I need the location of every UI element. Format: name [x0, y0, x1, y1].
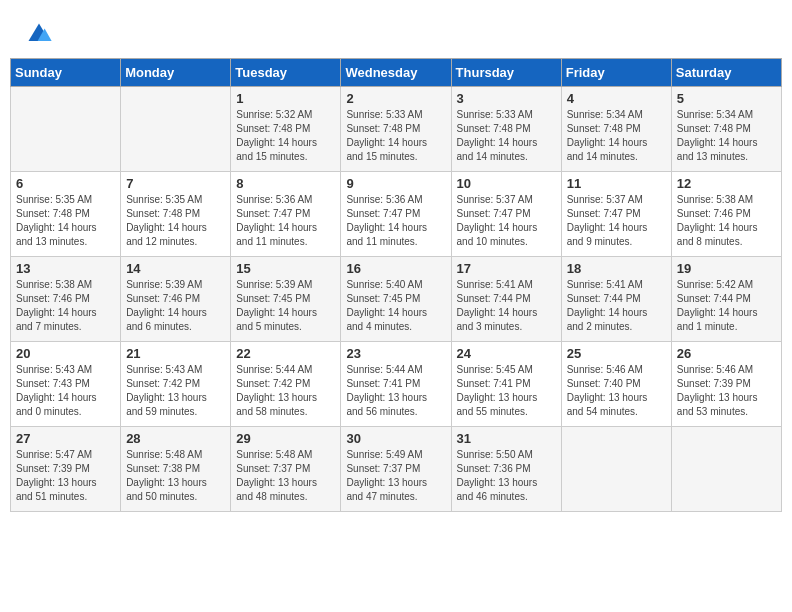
calendar-cell: 23Sunrise: 5:44 AM Sunset: 7:41 PM Dayli… [341, 342, 451, 427]
calendar-cell: 19Sunrise: 5:42 AM Sunset: 7:44 PM Dayli… [671, 257, 781, 342]
calendar-cell: 30Sunrise: 5:49 AM Sunset: 7:37 PM Dayli… [341, 427, 451, 512]
calendar-cell: 10Sunrise: 5:37 AM Sunset: 7:47 PM Dayli… [451, 172, 561, 257]
calendar-cell: 13Sunrise: 5:38 AM Sunset: 7:46 PM Dayli… [11, 257, 121, 342]
day-info: Sunrise: 5:33 AM Sunset: 7:48 PM Dayligh… [346, 108, 445, 164]
day-info: Sunrise: 5:39 AM Sunset: 7:45 PM Dayligh… [236, 278, 335, 334]
calendar-table: SundayMondayTuesdayWednesdayThursdayFrid… [10, 58, 782, 512]
calendar-cell [561, 427, 671, 512]
day-info: Sunrise: 5:37 AM Sunset: 7:47 PM Dayligh… [567, 193, 666, 249]
day-info: Sunrise: 5:40 AM Sunset: 7:45 PM Dayligh… [346, 278, 445, 334]
day-info: Sunrise: 5:43 AM Sunset: 7:42 PM Dayligh… [126, 363, 225, 419]
logo [25, 20, 55, 48]
day-number: 16 [346, 261, 445, 276]
day-number: 8 [236, 176, 335, 191]
calendar-cell: 3Sunrise: 5:33 AM Sunset: 7:48 PM Daylig… [451, 87, 561, 172]
calendar-cell: 12Sunrise: 5:38 AM Sunset: 7:46 PM Dayli… [671, 172, 781, 257]
day-info: Sunrise: 5:48 AM Sunset: 7:37 PM Dayligh… [236, 448, 335, 504]
weekday-header-thursday: Thursday [451, 59, 561, 87]
calendar-cell: 26Sunrise: 5:46 AM Sunset: 7:39 PM Dayli… [671, 342, 781, 427]
calendar-cell: 29Sunrise: 5:48 AM Sunset: 7:37 PM Dayli… [231, 427, 341, 512]
calendar-cell: 14Sunrise: 5:39 AM Sunset: 7:46 PM Dayli… [121, 257, 231, 342]
day-info: Sunrise: 5:39 AM Sunset: 7:46 PM Dayligh… [126, 278, 225, 334]
day-number: 6 [16, 176, 115, 191]
calendar-cell: 15Sunrise: 5:39 AM Sunset: 7:45 PM Dayli… [231, 257, 341, 342]
day-info: Sunrise: 5:36 AM Sunset: 7:47 PM Dayligh… [236, 193, 335, 249]
day-info: Sunrise: 5:45 AM Sunset: 7:41 PM Dayligh… [457, 363, 556, 419]
calendar-cell: 28Sunrise: 5:48 AM Sunset: 7:38 PM Dayli… [121, 427, 231, 512]
calendar-cell: 5Sunrise: 5:34 AM Sunset: 7:48 PM Daylig… [671, 87, 781, 172]
day-number: 26 [677, 346, 776, 361]
day-info: Sunrise: 5:41 AM Sunset: 7:44 PM Dayligh… [567, 278, 666, 334]
day-info: Sunrise: 5:34 AM Sunset: 7:48 PM Dayligh… [567, 108, 666, 164]
logo-icon [25, 20, 53, 48]
day-info: Sunrise: 5:41 AM Sunset: 7:44 PM Dayligh… [457, 278, 556, 334]
day-number: 27 [16, 431, 115, 446]
calendar-cell [11, 87, 121, 172]
day-info: Sunrise: 5:38 AM Sunset: 7:46 PM Dayligh… [677, 193, 776, 249]
calendar-cell: 4Sunrise: 5:34 AM Sunset: 7:48 PM Daylig… [561, 87, 671, 172]
calendar-cell: 24Sunrise: 5:45 AM Sunset: 7:41 PM Dayli… [451, 342, 561, 427]
day-number: 2 [346, 91, 445, 106]
weekday-header-saturday: Saturday [671, 59, 781, 87]
calendar-cell: 2Sunrise: 5:33 AM Sunset: 7:48 PM Daylig… [341, 87, 451, 172]
calendar-cell [671, 427, 781, 512]
day-number: 5 [677, 91, 776, 106]
page-header [10, 10, 782, 53]
day-info: Sunrise: 5:38 AM Sunset: 7:46 PM Dayligh… [16, 278, 115, 334]
day-number: 18 [567, 261, 666, 276]
week-row-4: 20Sunrise: 5:43 AM Sunset: 7:43 PM Dayli… [11, 342, 782, 427]
day-info: Sunrise: 5:36 AM Sunset: 7:47 PM Dayligh… [346, 193, 445, 249]
weekday-header-sunday: Sunday [11, 59, 121, 87]
day-info: Sunrise: 5:43 AM Sunset: 7:43 PM Dayligh… [16, 363, 115, 419]
day-number: 31 [457, 431, 556, 446]
calendar-cell: 11Sunrise: 5:37 AM Sunset: 7:47 PM Dayli… [561, 172, 671, 257]
calendar-cell: 17Sunrise: 5:41 AM Sunset: 7:44 PM Dayli… [451, 257, 561, 342]
day-info: Sunrise: 5:49 AM Sunset: 7:37 PM Dayligh… [346, 448, 445, 504]
day-number: 22 [236, 346, 335, 361]
weekday-header-tuesday: Tuesday [231, 59, 341, 87]
day-number: 20 [16, 346, 115, 361]
weekday-header-friday: Friday [561, 59, 671, 87]
day-info: Sunrise: 5:44 AM Sunset: 7:42 PM Dayligh… [236, 363, 335, 419]
day-number: 9 [346, 176, 445, 191]
day-number: 13 [16, 261, 115, 276]
day-number: 28 [126, 431, 225, 446]
calendar-cell: 18Sunrise: 5:41 AM Sunset: 7:44 PM Dayli… [561, 257, 671, 342]
day-number: 29 [236, 431, 335, 446]
day-info: Sunrise: 5:32 AM Sunset: 7:48 PM Dayligh… [236, 108, 335, 164]
day-number: 24 [457, 346, 556, 361]
day-number: 23 [346, 346, 445, 361]
weekday-header-row: SundayMondayTuesdayWednesdayThursdayFrid… [11, 59, 782, 87]
day-info: Sunrise: 5:50 AM Sunset: 7:36 PM Dayligh… [457, 448, 556, 504]
day-number: 1 [236, 91, 335, 106]
day-number: 7 [126, 176, 225, 191]
calendar-cell: 1Sunrise: 5:32 AM Sunset: 7:48 PM Daylig… [231, 87, 341, 172]
day-info: Sunrise: 5:48 AM Sunset: 7:38 PM Dayligh… [126, 448, 225, 504]
calendar-cell [121, 87, 231, 172]
calendar-cell: 31Sunrise: 5:50 AM Sunset: 7:36 PM Dayli… [451, 427, 561, 512]
week-row-3: 13Sunrise: 5:38 AM Sunset: 7:46 PM Dayli… [11, 257, 782, 342]
day-info: Sunrise: 5:47 AM Sunset: 7:39 PM Dayligh… [16, 448, 115, 504]
day-number: 4 [567, 91, 666, 106]
weekday-header-wednesday: Wednesday [341, 59, 451, 87]
calendar-cell: 21Sunrise: 5:43 AM Sunset: 7:42 PM Dayli… [121, 342, 231, 427]
day-number: 25 [567, 346, 666, 361]
calendar-cell: 22Sunrise: 5:44 AM Sunset: 7:42 PM Dayli… [231, 342, 341, 427]
day-number: 14 [126, 261, 225, 276]
calendar-cell: 9Sunrise: 5:36 AM Sunset: 7:47 PM Daylig… [341, 172, 451, 257]
day-info: Sunrise: 5:44 AM Sunset: 7:41 PM Dayligh… [346, 363, 445, 419]
day-info: Sunrise: 5:46 AM Sunset: 7:39 PM Dayligh… [677, 363, 776, 419]
day-number: 11 [567, 176, 666, 191]
calendar-cell: 16Sunrise: 5:40 AM Sunset: 7:45 PM Dayli… [341, 257, 451, 342]
day-number: 19 [677, 261, 776, 276]
day-number: 10 [457, 176, 556, 191]
day-number: 3 [457, 91, 556, 106]
weekday-header-monday: Monday [121, 59, 231, 87]
week-row-2: 6Sunrise: 5:35 AM Sunset: 7:48 PM Daylig… [11, 172, 782, 257]
day-info: Sunrise: 5:34 AM Sunset: 7:48 PM Dayligh… [677, 108, 776, 164]
calendar-cell: 20Sunrise: 5:43 AM Sunset: 7:43 PM Dayli… [11, 342, 121, 427]
week-row-5: 27Sunrise: 5:47 AM Sunset: 7:39 PM Dayli… [11, 427, 782, 512]
day-number: 17 [457, 261, 556, 276]
day-info: Sunrise: 5:35 AM Sunset: 7:48 PM Dayligh… [126, 193, 225, 249]
day-number: 21 [126, 346, 225, 361]
